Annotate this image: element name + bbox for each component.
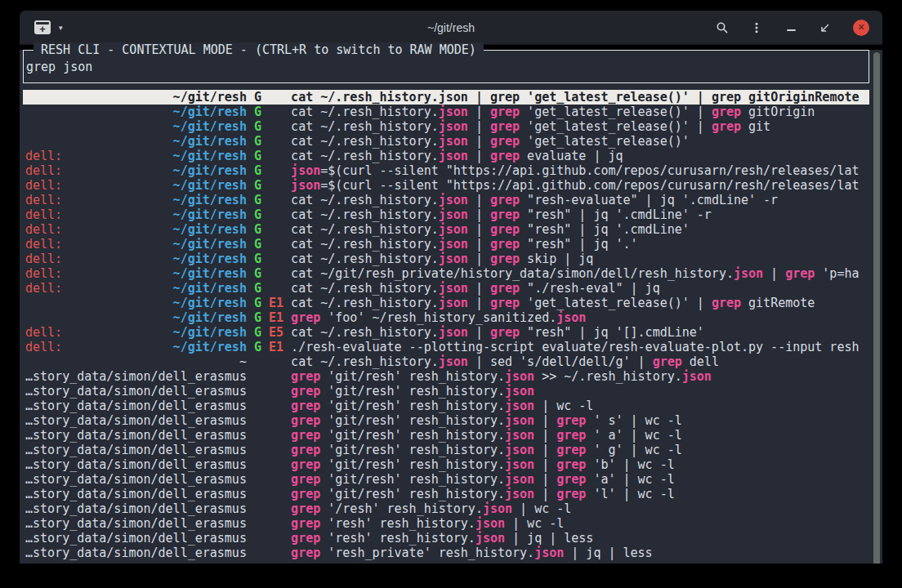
row-flag-git: G bbox=[254, 325, 261, 340]
row-location: ~ bbox=[25, 354, 247, 369]
row-path: …story_data/simon/dell_erasmus bbox=[25, 428, 247, 443]
history-row[interactable]: dell:~/git/resh G cat ~/.resh_history.js… bbox=[23, 222, 869, 237]
row-command: grep 'git/resh' resh_history.json | wc -… bbox=[291, 399, 869, 413]
history-row[interactable]: dell:~/git/resh G cat ~/.resh_history.js… bbox=[23, 252, 869, 266]
scrollbar-thumb[interactable] bbox=[873, 52, 880, 564]
history-row[interactable]: dell:~/git/resh G json=$(curl --silent "… bbox=[23, 163, 869, 178]
row-flag-git bbox=[254, 501, 261, 516]
history-row[interactable]: …story_data/simon/dell_erasmus grep 'git… bbox=[23, 457, 869, 472]
row-path: ~/git/resh bbox=[173, 325, 247, 340]
row-flag-git: G bbox=[254, 163, 261, 178]
history-row[interactable]: …story_data/simon/dell_erasmus grep 'git… bbox=[23, 413, 869, 428]
row-path: ~/git/resh bbox=[173, 252, 247, 266]
history-row[interactable]: …story_data/simon/dell_erasmus grep 'git… bbox=[23, 369, 869, 384]
history-row[interactable]: …story_data/simon/dell_erasmus grep 'git… bbox=[23, 399, 869, 413]
history-row[interactable]: ~/git/resh G cat ~/.resh_history.json | … bbox=[23, 134, 869, 149]
history-row[interactable]: …story_data/simon/dell_erasmus grep 'git… bbox=[23, 487, 869, 501]
row-path: …story_data/simon/dell_erasmus bbox=[25, 531, 247, 546]
row-location: dell:~/git/resh bbox=[25, 325, 247, 340]
history-row[interactable]: ~ cat ~/.resh_history.json | sed 's/dell… bbox=[23, 354, 869, 369]
history-row[interactable]: dell:~/git/resh G cat ~/.resh_history.js… bbox=[23, 193, 869, 207]
row-location: dell:~/git/resh bbox=[25, 266, 247, 281]
history-row[interactable]: …story_data/simon/dell_erasmus grep 'res… bbox=[23, 546, 869, 560]
row-command: grep 'git/resh' resh_history.json | grep… bbox=[291, 443, 869, 457]
row-path: …story_data/simon/dell_erasmus bbox=[25, 399, 247, 413]
history-row[interactable]: dell:~/git/resh G E1 ./resh-evaluate --p… bbox=[23, 340, 869, 354]
row-path: …story_data/simon/dell_erasmus bbox=[25, 501, 247, 516]
new-tab-icon[interactable]: + bbox=[34, 20, 51, 34]
history-row[interactable]: …story_data/simon/dell_erasmus grep 'git… bbox=[23, 428, 869, 443]
row-flag-exit bbox=[269, 546, 284, 560]
row-path: …story_data/simon/dell_erasmus bbox=[25, 516, 247, 531]
row-flag-git: G bbox=[254, 207, 261, 222]
row-location: …story_data/simon/dell_erasmus bbox=[25, 472, 247, 487]
row-location: dell:~/git/resh bbox=[25, 252, 247, 266]
row-path: …story_data/simon/dell_erasmus bbox=[25, 413, 247, 428]
row-command: cat ~/.resh_history.json | grep skip | j… bbox=[291, 252, 869, 266]
row-path: ~ bbox=[239, 354, 247, 369]
row-flag-exit bbox=[269, 178, 284, 193]
history-row[interactable]: …story_data/simon/dell_erasmus grep 'res… bbox=[23, 531, 869, 546]
history-row[interactable]: dell:~/git/resh G cat ~/.resh_history.js… bbox=[23, 237, 869, 252]
row-flag-git: G bbox=[254, 310, 261, 325]
chevron-down-icon[interactable]: ▾ bbox=[59, 24, 63, 32]
history-row[interactable]: dell:~/git/resh G cat ~/.resh_history.js… bbox=[23, 149, 869, 163]
history-row[interactable]: ~/git/resh G E1 cat ~/.resh_history.json… bbox=[23, 296, 869, 310]
row-command: grep 'foo' ~/resh_history_sanitized.json bbox=[291, 310, 869, 325]
row-flag-exit bbox=[269, 472, 284, 487]
history-row[interactable]: dell:~/git/resh G cat ~/.resh_history.js… bbox=[23, 207, 869, 222]
row-host: dell: bbox=[25, 163, 62, 178]
row-flag-git bbox=[254, 487, 261, 501]
row-path: …story_data/simon/dell_erasmus bbox=[25, 546, 247, 560]
row-command: grep '/resh' resh_history.json | wc -l bbox=[291, 501, 869, 516]
row-flag-exit bbox=[269, 428, 284, 443]
history-row[interactable]: ~/git/resh G cat ~/.resh_history.json | … bbox=[23, 90, 869, 105]
row-location: ~/git/resh bbox=[25, 296, 247, 310]
search-icon[interactable] bbox=[716, 21, 729, 34]
history-row[interactable]: dell:~/git/resh G cat ~/.resh_history.js… bbox=[23, 281, 869, 296]
row-command: grep 'git/resh' resh_history.json | grep… bbox=[291, 457, 869, 472]
history-row[interactable]: …story_data/simon/dell_erasmus grep 'res… bbox=[23, 516, 869, 531]
row-location: dell:~/git/resh bbox=[25, 281, 247, 296]
history-row[interactable]: …story_data/simon/dell_erasmus grep 'git… bbox=[23, 472, 869, 487]
row-flag-exit bbox=[269, 487, 284, 501]
kebab-menu-icon[interactable] bbox=[750, 21, 763, 34]
terminal-window: + ▾ ~/git/resh bbox=[20, 11, 882, 564]
row-flag-exit bbox=[269, 237, 284, 252]
row-flag-git bbox=[254, 399, 261, 413]
row-flag-git: G bbox=[254, 237, 261, 252]
row-location: …story_data/simon/dell_erasmus bbox=[25, 369, 247, 384]
row-command: grep 'resh_private' resh_history.json | … bbox=[291, 546, 869, 560]
row-location: …story_data/simon/dell_erasmus bbox=[25, 443, 247, 457]
row-location: …story_data/simon/dell_erasmus bbox=[25, 501, 247, 516]
history-row[interactable]: dell:~/git/resh G cat ~/git/resh_private… bbox=[23, 266, 869, 281]
history-row[interactable]: dell:~/git/resh G E5 cat ~/.resh_history… bbox=[23, 325, 869, 340]
row-location: …story_data/simon/dell_erasmus bbox=[25, 531, 247, 546]
row-command: cat ~/.resh_history.json | grep "resh" |… bbox=[291, 325, 869, 340]
row-flag-exit bbox=[269, 252, 284, 266]
close-icon[interactable]: ✕ bbox=[853, 20, 869, 36]
row-path: …story_data/simon/dell_erasmus bbox=[25, 369, 247, 384]
restore-window-icon[interactable] bbox=[819, 21, 832, 34]
row-command: cat ~/.resh_history.json | grep 'get_lat… bbox=[291, 105, 869, 119]
row-flag-git: G bbox=[254, 178, 261, 193]
history-row[interactable]: dell:~/git/resh G json=$(curl --silent "… bbox=[23, 178, 869, 193]
row-flag-exit bbox=[269, 516, 284, 531]
history-row[interactable]: …story_data/simon/dell_erasmus grep 'git… bbox=[23, 443, 869, 457]
row-command: grep 'resh' resh_history.json | jq | les… bbox=[291, 531, 869, 546]
history-row[interactable]: …story_data/simon/dell_erasmus grep 'git… bbox=[23, 384, 869, 399]
row-location: …story_data/simon/dell_erasmus bbox=[25, 428, 247, 443]
minimize-icon[interactable] bbox=[784, 21, 797, 34]
row-flag-exit bbox=[269, 193, 284, 207]
row-command: cat ~/.resh_history.json | grep 'get_lat… bbox=[291, 90, 869, 105]
history-row[interactable]: ~/git/resh G E1 grep 'foo' ~/resh_histor… bbox=[23, 310, 869, 325]
row-path: ~/git/resh bbox=[173, 178, 247, 193]
history-row[interactable]: …story_data/simon/dell_erasmus grep '/re… bbox=[23, 501, 869, 516]
row-command: ./resh-evaluate --plotting-script evalua… bbox=[291, 340, 869, 354]
row-command: cat ~/.resh_history.json | grep "./resh-… bbox=[291, 281, 869, 296]
row-path: ~/git/resh bbox=[173, 237, 247, 252]
row-flag-git bbox=[254, 354, 261, 369]
history-row[interactable]: ~/git/resh G cat ~/.resh_history.json | … bbox=[23, 119, 869, 134]
row-location: dell:~/git/resh bbox=[25, 193, 247, 207]
history-row[interactable]: ~/git/resh G cat ~/.resh_history.json | … bbox=[23, 105, 869, 119]
